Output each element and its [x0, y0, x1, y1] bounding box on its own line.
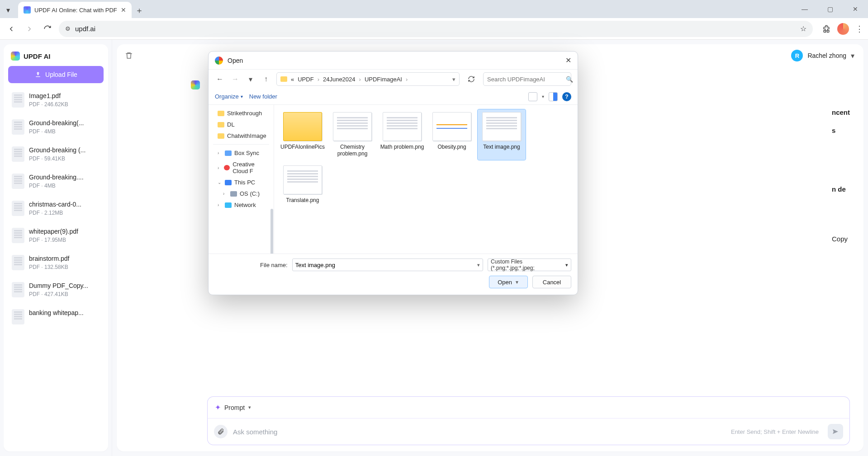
send-button[interactable]: [828, 424, 843, 439]
nav-up-icon[interactable]: ↑: [261, 75, 271, 83]
files-grid: UPDFAIonlinePics Chemistry problem.png M…: [274, 105, 578, 254]
browser-tab[interactable]: UPDF AI Online: Chat with PDF ✕: [18, 2, 132, 18]
tree-item[interactable]: ›Network: [209, 199, 274, 211]
expand-icon[interactable]: ›: [223, 191, 228, 196]
tree-item[interactable]: ChatwithImage: [209, 130, 274, 141]
grid-item[interactable]: Math problem.png: [378, 109, 426, 160]
file-item[interactable]: Ground-breaking....PDF · 4MB: [8, 169, 104, 193]
file-item[interactable]: christmas-card-0...PDF · 2.12MB: [8, 196, 104, 221]
dialog-close-button[interactable]: ✕: [565, 56, 571, 65]
open-button[interactable]: Open ▼: [489, 276, 528, 288]
site-settings-icon[interactable]: ⚙: [65, 25, 71, 32]
file-item[interactable]: Ground-breaking(...PDF · 4MB: [8, 115, 104, 139]
prompt-selector[interactable]: ✦ Prompt ▾: [207, 396, 850, 418]
file-thumb: [432, 112, 471, 141]
nav-forward-button[interactable]: [23, 22, 36, 36]
browser-menu-icon[interactable]: ⋮: [855, 24, 863, 34]
tree-item[interactable]: ›OS (C:): [209, 188, 274, 199]
tree-item[interactable]: ⌄This PC: [209, 177, 274, 188]
recent-dropdown-icon[interactable]: ▾: [246, 75, 256, 84]
expand-icon[interactable]: ›: [218, 165, 221, 170]
folder-icon: [218, 111, 224, 116]
profile-avatar[interactable]: [837, 23, 849, 35]
tree-item[interactable]: DL: [209, 119, 274, 130]
file-item[interactable]: Ground-breaking (...PDF · 59.41KB: [8, 142, 104, 166]
breadcrumb[interactable]: « UPDF › 24June2024 › UPDFimageAI › ▾: [276, 72, 460, 86]
tree-item[interactable]: ›Box Sync: [209, 147, 274, 159]
account-menu[interactable]: R Rachel zhong ▾: [791, 50, 854, 61]
window-minimize-button[interactable]: —: [792, 0, 817, 18]
nav-back-icon[interactable]: ←: [215, 75, 225, 83]
boxsync-icon: [225, 150, 232, 156]
search-icon[interactable]: 🔍: [566, 76, 573, 83]
delete-chat-icon[interactable]: [125, 52, 133, 60]
bookmark-star-icon[interactable]: ☆: [800, 24, 806, 33]
expand-icon[interactable]: ›: [218, 202, 222, 207]
nav-forward-icon[interactable]: →: [230, 75, 240, 83]
content-line: n de: [832, 180, 850, 198]
grid-label: Chemistry problem.png: [330, 144, 375, 157]
extensions-icon[interactable]: [822, 24, 831, 33]
dialog-search[interactable]: 🔍: [483, 72, 571, 86]
attach-button[interactable]: [214, 425, 228, 438]
nav-reload-button[interactable]: [41, 22, 54, 36]
file-meta: PDF · 246.62KB: [29, 101, 100, 108]
address-bar[interactable]: ⚙ updf.ai ☆: [59, 21, 813, 37]
tab-close-icon[interactable]: ✕: [121, 6, 126, 14]
file-meta: PDF · 2.12MB: [29, 210, 100, 216]
dialog-nav: ← → ▾ ↑ « UPDF › 24June2024 › UPDFimageA…: [209, 70, 578, 89]
prompt-input[interactable]: [233, 428, 726, 436]
file-item[interactable]: Dummy PDF_Copy...PDF · 427.41KB: [8, 277, 104, 302]
preview-pane-icon[interactable]: [549, 92, 558, 101]
grid-item-folder[interactable]: UPDFAIonlinePics: [279, 109, 327, 160]
copy-label[interactable]: Copy: [832, 230, 850, 248]
upload-file-button[interactable]: Upload File: [8, 66, 104, 83]
cancel-button[interactable]: Cancel: [532, 276, 571, 288]
filename-field[interactable]: ▾: [292, 259, 483, 271]
sidebar: UPDF AI Upload File Image1.pdfPDF · 246.…: [0, 40, 112, 456]
window-controls: — ▢ ✕: [792, 0, 868, 18]
chevron-down-icon[interactable]: ▾: [477, 262, 480, 268]
help-icon[interactable]: ?: [562, 92, 571, 101]
window-close-button[interactable]: ✕: [843, 0, 868, 18]
content-line: s: [832, 121, 850, 139]
grid-item[interactable]: Obesity.png: [428, 109, 476, 160]
file-icon: [12, 255, 24, 270]
grid-item[interactable]: Translate.png: [279, 163, 327, 207]
dialog-search-input[interactable]: [487, 76, 563, 83]
user-avatar-initial: R: [791, 50, 803, 61]
refresh-icon[interactable]: [465, 75, 478, 83]
file-item[interactable]: banking whitepap...: [8, 305, 104, 329]
tab-favicon: [24, 6, 31, 14]
new-folder-button[interactable]: New folder: [249, 93, 277, 100]
new-tab-button[interactable]: ＋: [132, 3, 147, 18]
file-icon: [12, 174, 24, 189]
tree-item[interactable]: Strikethrough: [209, 108, 274, 119]
grid-item[interactable]: Chemistry problem.png: [328, 109, 376, 160]
file-item[interactable]: Image1.pdfPDF · 246.62KB: [8, 88, 104, 112]
file-name: Dummy PDF_Copy...: [29, 282, 100, 289]
file-name: christmas-card-0...: [29, 201, 100, 208]
tree-item[interactable]: ›Creative Cloud F: [209, 159, 274, 177]
file-item[interactable]: brainstorm.pdfPDF · 132.58KB: [8, 250, 104, 275]
tree-scrollbar[interactable]: [270, 209, 273, 254]
filename-input[interactable]: [295, 262, 477, 268]
file-item[interactable]: whitepaper(9).pdfPDF · 17.95MB: [8, 223, 104, 248]
filetype-dropdown[interactable]: Custom Files (*.png;*.jpg;*.jpeg; ▾: [488, 259, 571, 271]
pc-icon: [225, 180, 232, 185]
breadcrumb-segment[interactable]: 24June2024: [323, 76, 356, 83]
nav-tree: Strikethrough DL ChatwithImage ›Box Sync…: [209, 105, 274, 254]
organize-menu[interactable]: Organize ▾: [215, 93, 243, 100]
tab-search-dropdown[interactable]: ▾: [0, 2, 16, 18]
nav-back-button[interactable]: [5, 22, 18, 36]
breadcrumb-segment[interactable]: UPDFimageAI: [365, 76, 402, 83]
file-thumb: [333, 112, 372, 141]
grid-item-selected[interactable]: Text image.png: [478, 109, 526, 160]
expand-icon[interactable]: ›: [218, 150, 222, 155]
view-mode-icon[interactable]: [528, 92, 537, 101]
view-dropdown-icon[interactable]: ▾: [542, 94, 544, 99]
breadcrumb-segment[interactable]: UPDF: [298, 76, 313, 83]
collapse-icon[interactable]: ⌄: [218, 180, 222, 185]
window-maximize-button[interactable]: ▢: [817, 0, 843, 18]
breadcrumb-dropdown-icon[interactable]: ▾: [452, 76, 455, 83]
